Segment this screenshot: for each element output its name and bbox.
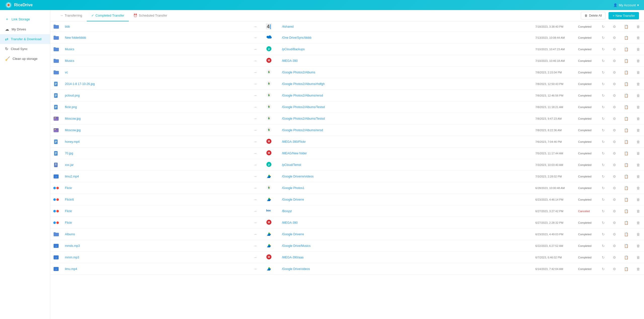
delete-button[interactable]: 🗑 xyxy=(635,209,641,214)
action-settings-cell[interactable]: ⚙ xyxy=(609,240,620,252)
action-refresh-cell[interactable]: ↻ xyxy=(598,113,609,124)
sidebar-item-clean-storage[interactable]: 🧹 Clean up storage xyxy=(0,54,50,64)
action-delete-cell[interactable]: 🗑 xyxy=(632,171,644,182)
action-refresh-cell[interactable]: ↻ xyxy=(598,229,609,240)
refresh-button[interactable]: ↻ xyxy=(601,243,606,248)
refresh-button[interactable]: ↻ xyxy=(601,105,606,110)
action-delete-cell[interactable]: 🗑 xyxy=(632,124,644,136)
action-refresh-cell[interactable]: ↻ xyxy=(598,263,609,275)
action-report-cell[interactable]: 📋 xyxy=(620,217,632,229)
delete-button[interactable]: 🗑 xyxy=(635,232,641,237)
action-report-cell[interactable]: 📋 xyxy=(620,229,632,240)
action-delete-cell[interactable]: 🗑 xyxy=(632,101,644,113)
action-report-cell[interactable]: 📋 xyxy=(620,159,632,171)
action-settings-cell[interactable]: ⚙ xyxy=(609,21,620,32)
action-report-cell[interactable]: 📋 xyxy=(620,21,632,32)
settings-button[interactable]: ⚙ xyxy=(612,186,617,191)
refresh-button[interactable]: ↻ xyxy=(601,70,606,75)
action-refresh-cell[interactable]: ↻ xyxy=(598,21,609,32)
report-button[interactable]: 📋 xyxy=(623,174,629,179)
report-button[interactable]: 📋 xyxy=(623,58,629,63)
action-settings-cell[interactable]: ⚙ xyxy=(609,78,620,90)
refresh-button[interactable]: ↻ xyxy=(601,58,606,63)
action-report-cell[interactable]: 📋 xyxy=(620,124,632,136)
settings-button[interactable]: ⚙ xyxy=(612,105,617,110)
settings-button[interactable]: ⚙ xyxy=(612,174,617,179)
action-report-cell[interactable]: 📋 xyxy=(620,182,632,194)
sidebar-item-transfer-download[interactable]: ⇄ Transfer & Download xyxy=(0,34,50,44)
delete-button[interactable]: 🗑 xyxy=(635,35,641,40)
report-button[interactable]: 📋 xyxy=(623,232,629,237)
sidebar-item-my-drives[interactable]: ☁ My Drives xyxy=(0,24,50,34)
tab-scheduled-transfer[interactable]: ⏰ Scheduled Transfer xyxy=(129,10,172,21)
action-delete-cell[interactable]: 🗑 xyxy=(632,263,644,275)
settings-button[interactable]: ⚙ xyxy=(612,162,617,167)
action-settings-cell[interactable]: ⚙ xyxy=(609,136,620,148)
refresh-button[interactable]: ↻ xyxy=(601,93,606,98)
refresh-button[interactable]: ↻ xyxy=(601,116,606,121)
refresh-button[interactable]: ↻ xyxy=(601,139,606,144)
action-delete-cell[interactable]: 🗑 xyxy=(632,67,644,78)
action-settings-cell[interactable]: ⚙ xyxy=(609,263,620,275)
action-delete-cell[interactable]: 🗑 xyxy=(632,194,644,205)
settings-button[interactable]: ⚙ xyxy=(612,232,617,237)
refresh-button[interactable]: ↻ xyxy=(601,151,606,156)
action-delete-cell[interactable]: 🗑 xyxy=(632,217,644,229)
action-settings-cell[interactable]: ⚙ xyxy=(609,205,620,217)
action-delete-cell[interactable]: 🗑 xyxy=(632,43,644,55)
action-settings-cell[interactable]: ⚙ xyxy=(609,229,620,240)
settings-button[interactable]: ⚙ xyxy=(612,220,617,225)
action-delete-cell[interactable]: 🗑 xyxy=(632,240,644,252)
delete-button[interactable]: 🗑 xyxy=(635,197,641,202)
report-button[interactable]: 📋 xyxy=(623,243,629,248)
action-refresh-cell[interactable]: ↻ xyxy=(598,78,609,90)
delete-button[interactable]: 🗑 xyxy=(635,186,641,191)
action-report-cell[interactable]: 📋 xyxy=(620,32,632,43)
delete-button[interactable]: 🗑 xyxy=(635,220,641,225)
refresh-button[interactable]: ↻ xyxy=(601,81,606,86)
action-refresh-cell[interactable]: ↻ xyxy=(598,101,609,113)
action-report-cell[interactable]: 📋 xyxy=(620,43,632,55)
report-button[interactable]: 📋 xyxy=(623,105,629,110)
settings-button[interactable]: ⚙ xyxy=(612,81,617,86)
action-delete-cell[interactable]: 🗑 xyxy=(632,205,644,217)
refresh-button[interactable]: ↻ xyxy=(601,24,606,29)
settings-button[interactable]: ⚙ xyxy=(612,128,617,133)
action-settings-cell[interactable]: ⚙ xyxy=(609,101,620,113)
action-refresh-cell[interactable]: ↻ xyxy=(598,159,609,171)
report-button[interactable]: 📋 xyxy=(623,81,629,86)
action-delete-cell[interactable]: 🗑 xyxy=(632,182,644,194)
refresh-button[interactable]: ↻ xyxy=(601,186,606,191)
refresh-button[interactable]: ↻ xyxy=(601,220,606,225)
action-refresh-cell[interactable]: ↻ xyxy=(598,205,609,217)
action-refresh-cell[interactable]: ↻ xyxy=(598,182,609,194)
action-settings-cell[interactable]: ⚙ xyxy=(609,182,620,194)
report-button[interactable]: 📋 xyxy=(623,116,629,121)
report-button[interactable]: 📋 xyxy=(623,151,629,156)
action-refresh-cell[interactable]: ↻ xyxy=(598,252,609,263)
action-delete-cell[interactable]: 🗑 xyxy=(632,78,644,90)
action-report-cell[interactable]: 📋 xyxy=(620,90,632,101)
action-settings-cell[interactable]: ⚙ xyxy=(609,217,620,229)
refresh-button[interactable]: ↻ xyxy=(601,47,606,52)
report-button[interactable]: 📋 xyxy=(623,186,629,191)
action-delete-cell[interactable]: 🗑 xyxy=(632,55,644,67)
action-report-cell[interactable]: 📋 xyxy=(620,101,632,113)
settings-button[interactable]: ⚙ xyxy=(612,58,617,63)
action-refresh-cell[interactable]: ↻ xyxy=(598,136,609,148)
action-report-cell[interactable]: 📋 xyxy=(620,263,632,275)
action-settings-cell[interactable]: ⚙ xyxy=(609,43,620,55)
action-delete-cell[interactable]: 🗑 xyxy=(632,113,644,124)
action-report-cell[interactable]: 📋 xyxy=(620,55,632,67)
refresh-button[interactable]: ↻ xyxy=(601,35,606,40)
delete-button[interactable]: 🗑 xyxy=(635,93,641,98)
delete-button[interactable]: 🗑 xyxy=(635,116,641,121)
delete-button[interactable]: 🗑 xyxy=(635,128,641,133)
action-settings-cell[interactable]: ⚙ xyxy=(609,252,620,263)
action-report-cell[interactable]: 📋 xyxy=(620,113,632,124)
delete-button[interactable]: 🗑 xyxy=(635,174,641,179)
action-refresh-cell[interactable]: ↻ xyxy=(598,90,609,101)
action-delete-cell[interactable]: 🗑 xyxy=(632,136,644,148)
settings-button[interactable]: ⚙ xyxy=(612,139,617,144)
delete-button[interactable]: 🗑 xyxy=(635,243,641,248)
